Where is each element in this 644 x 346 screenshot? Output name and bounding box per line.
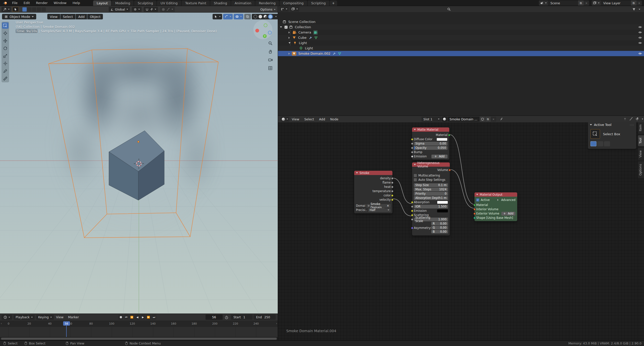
node-smoke[interactable]: Smoke density flame heat temperature col… [354,171,392,213]
scrollbar-thumb[interactable] [1,338,277,340]
opacity-field[interactable]: Opacity0.050 [414,146,448,150]
socket-exterior-volume[interactable] [473,213,476,215]
tool-annotate[interactable] [2,68,9,74]
tab-animation[interactable]: Animation [231,1,255,6]
outliner-row-cube[interactable]: Cube [278,35,644,40]
tool-measure[interactable] [2,75,9,82]
snapping-falloff-icon[interactable] [629,117,633,121]
options-dropdown[interactable]: Options [260,8,275,11]
view-left-arrow[interactable]: ‹ [1,322,2,325]
modifier-badge[interactable] [309,36,312,40]
shading-wireframe-icon[interactable] [254,15,257,18]
selectability-dropdown[interactable] [213,14,222,19]
precision-dropdown[interactable]: Half [368,208,391,212]
tab-options[interactable]: Options [638,161,644,178]
shading-rendered-icon[interactable] [269,15,272,18]
play-button[interactable]: ▶ [140,315,145,320]
tab-modeling[interactable]: Modeling [112,1,134,6]
node-menu-add[interactable]: Add [316,117,328,121]
node-menu-node[interactable]: Node [328,117,341,121]
expand-icon[interactable] [280,26,282,28]
jump-to-start-button[interactable]: ⏮ [124,315,129,320]
overlays-toggle[interactable] [234,14,243,19]
timeline-ruler[interactable]: 0 20 40 60 80 100 120 140 160 180 200 22… [0,321,278,327]
tab-tool[interactable]: Tool [638,135,644,146]
socket-material-out[interactable] [448,134,450,136]
outliner-row-scene-collection[interactable]: Scene Collection [278,19,644,24]
scene-copy-button[interactable]: ⧉ [578,1,584,6]
view-layer-name[interactable]: View Layer [601,1,631,5]
outliner-row-camera[interactable]: Camera [278,30,644,35]
select-mode-extend[interactable] [27,7,31,12]
socket-opacity[interactable] [411,147,413,149]
tool-scale[interactable] [2,53,9,59]
expand-icon[interactable] [289,31,290,33]
socket-absorption[interactable] [411,201,413,203]
tool-cursor[interactable] [2,30,9,36]
pivot-point-dropdown[interactable] [132,7,142,12]
socket-velocity[interactable] [391,199,393,201]
menu-file[interactable]: File [9,0,21,6]
ior-field[interactable]: IOR1.500 [414,205,448,209]
active-tool-icon[interactable] [12,7,19,12]
emission-add-button[interactable]: +Add [431,155,448,158]
exterior-add-button[interactable]: +Add [501,212,515,216]
current-frame-field[interactable]: 56 [206,315,223,320]
socket-heat[interactable] [391,186,393,188]
timeline-menu-marker[interactable]: Marker [66,315,81,319]
menu-render[interactable]: Render [33,0,51,6]
socket-volume-out[interactable] [449,169,451,171]
keying-dropdown[interactable]: Keying [36,315,54,320]
menu-window[interactable]: Window [51,0,69,6]
absorption-color-swatch[interactable] [437,201,448,204]
step-size-field[interactable]: Step Size0.1 m [414,183,448,187]
expand-icon[interactable] [289,37,290,39]
view-layer-icon[interactable] [592,1,601,6]
outliner-row-smoke-domain[interactable]: Smoke Domain.002 [278,51,644,56]
scene-name[interactable]: Scene [548,1,578,5]
tab-compositing[interactable]: Compositing [279,1,307,6]
tab-layout[interactable]: Layout [93,1,111,6]
collapse-icon[interactable] [414,129,416,130]
camera-data-badge[interactable] [313,30,318,35]
advanced-expand-icon[interactable] [497,199,499,201]
eye-icon[interactable] [638,52,642,55]
slot-dropdown[interactable]: Slot 1 [421,117,441,122]
modifier-badge[interactable] [332,52,336,55]
tab-view[interactable]: View [638,148,644,160]
outliner-filter-dropdown[interactable] [290,7,299,12]
scene-delete-button[interactable]: × [584,1,589,6]
socket-interior-volume[interactable] [473,208,476,211]
frame-end-field[interactable]: End250 [254,315,276,320]
next-keyframe-button[interactable]: ⏩ [146,315,151,320]
diffuse-color-swatch[interactable] [436,138,448,141]
select-mode-new[interactable] [22,7,27,12]
mode-dropdown[interactable]: Object Mode [2,14,36,19]
mode-new-button[interactable] [590,141,596,146]
play-reverse-button[interactable]: ◀ [135,315,140,320]
mesh-data-badge[interactable] [338,52,341,55]
timeline-track[interactable] [0,327,278,337]
asymmetry-g-field[interactable]: G0.00 [431,226,448,229]
outliner-row-light-data[interactable]: Light [278,46,644,51]
viewport-menu-object[interactable]: Object [87,14,103,19]
timeline-menu-view[interactable]: View [54,315,66,319]
eye-icon[interactable] [638,25,642,29]
socket-diffuse[interactable] [411,138,413,141]
record-button[interactable] [118,315,123,320]
playhead[interactable]: 56 [63,321,70,326]
shader-node-editor[interactable]: View Select Add Node Slot 1 Smoke Domain… [278,116,644,340]
socket-scattering-scale[interactable] [411,218,413,221]
node-heterogeneous-volume[interactable]: Heterogeneous Volume Volume Multiscatter… [412,162,450,235]
socket-bump[interactable] [411,151,413,153]
node-menu-select[interactable]: Select [302,117,317,121]
outliner-row-light[interactable]: Light [278,40,644,46]
eye-icon[interactable] [638,41,642,45]
multiscattering-checkbox[interactable] [414,174,417,177]
node-material-output[interactable]: Material Output ✓ActiveAdvanced Material… [474,192,517,221]
axis-z-neg-ball[interactable] [268,31,272,34]
node-snap-icon[interactable] [635,117,639,121]
outliner-row-collection[interactable]: ✓ Collection [278,24,644,30]
viewport-3d[interactable]: Object Mode View Select Add Object User … [0,13,278,314]
menu-edit[interactable]: Edit [21,0,33,6]
